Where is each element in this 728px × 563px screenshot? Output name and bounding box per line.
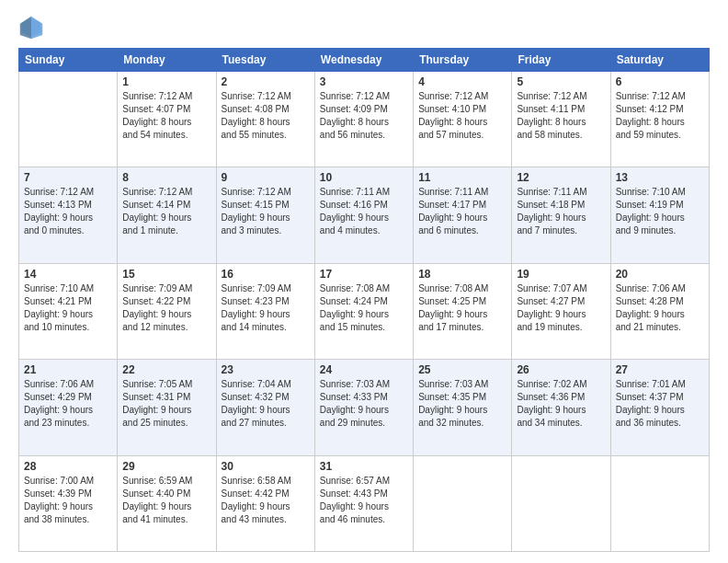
calendar-cell: 29Sunrise: 6:59 AM Sunset: 4:40 PM Dayli… bbox=[118, 455, 216, 551]
day-info: Sunrise: 7:11 AM Sunset: 4:17 PM Dayligh… bbox=[418, 186, 506, 237]
calendar-cell: 18Sunrise: 7:08 AM Sunset: 4:25 PM Dayli… bbox=[414, 263, 512, 359]
day-number: 3 bbox=[320, 75, 408, 88]
day-number: 2 bbox=[222, 75, 310, 88]
header bbox=[18, 15, 710, 40]
calendar-cell: 16Sunrise: 7:09 AM Sunset: 4:23 PM Dayli… bbox=[216, 263, 314, 359]
day-number: 15 bbox=[122, 268, 210, 281]
week-row-4: 28Sunrise: 7:00 AM Sunset: 4:39 PM Dayli… bbox=[19, 455, 710, 551]
day-info: Sunrise: 7:11 AM Sunset: 4:16 PM Dayligh… bbox=[320, 186, 408, 237]
day-info: Sunrise: 7:12 AM Sunset: 4:07 PM Dayligh… bbox=[122, 90, 210, 142]
header-friday: Friday bbox=[512, 49, 610, 72]
calendar-cell: 26Sunrise: 7:02 AM Sunset: 4:36 PM Dayli… bbox=[512, 360, 610, 455]
day-number: 22 bbox=[122, 363, 210, 376]
calendar-cell: 27Sunrise: 7:01 AM Sunset: 4:37 PM Dayli… bbox=[610, 360, 709, 455]
week-row-3: 21Sunrise: 7:06 AM Sunset: 4:29 PM Dayli… bbox=[19, 360, 710, 455]
day-number: 28 bbox=[24, 460, 112, 473]
day-info: Sunrise: 7:08 AM Sunset: 4:25 PM Dayligh… bbox=[418, 282, 506, 334]
day-number: 29 bbox=[122, 460, 210, 473]
calendar-cell: 10Sunrise: 7:11 AM Sunset: 4:16 PM Dayli… bbox=[314, 167, 413, 263]
header-sunday: Sunday bbox=[19, 49, 118, 72]
day-info: Sunrise: 7:07 AM Sunset: 4:27 PM Dayligh… bbox=[517, 282, 605, 334]
page: SundayMondayTuesdayWednesdayThursdayFrid… bbox=[0, 0, 728, 563]
week-row-2: 14Sunrise: 7:10 AM Sunset: 4:21 PM Dayli… bbox=[19, 263, 710, 359]
day-info: Sunrise: 7:03 AM Sunset: 4:35 PM Dayligh… bbox=[418, 378, 506, 430]
calendar-header-row: SundayMondayTuesdayWednesdayThursdayFrid… bbox=[19, 49, 710, 72]
calendar-cell: 25Sunrise: 7:03 AM Sunset: 4:35 PM Dayli… bbox=[414, 360, 512, 455]
calendar-cell bbox=[19, 72, 118, 167]
day-number: 1 bbox=[122, 75, 210, 88]
day-number: 27 bbox=[616, 363, 704, 376]
calendar-cell: 31Sunrise: 6:57 AM Sunset: 4:43 PM Dayli… bbox=[314, 455, 413, 551]
day-number: 24 bbox=[320, 363, 408, 376]
day-info: Sunrise: 7:11 AM Sunset: 4:18 PM Dayligh… bbox=[517, 186, 605, 237]
svg-marker-1 bbox=[31, 17, 42, 40]
calendar-cell: 21Sunrise: 7:06 AM Sunset: 4:29 PM Dayli… bbox=[19, 360, 118, 455]
calendar-cell: 22Sunrise: 7:05 AM Sunset: 4:31 PM Dayli… bbox=[118, 360, 216, 455]
day-info: Sunrise: 6:57 AM Sunset: 4:43 PM Dayligh… bbox=[320, 475, 408, 526]
day-number: 30 bbox=[222, 460, 310, 473]
calendar-cell: 19Sunrise: 7:07 AM Sunset: 4:27 PM Dayli… bbox=[512, 263, 610, 359]
calendar-cell: 17Sunrise: 7:08 AM Sunset: 4:24 PM Dayli… bbox=[314, 263, 413, 359]
day-number: 21 bbox=[24, 363, 112, 376]
calendar-cell: 13Sunrise: 7:10 AM Sunset: 4:19 PM Dayli… bbox=[610, 167, 709, 263]
day-info: Sunrise: 7:12 AM Sunset: 4:13 PM Dayligh… bbox=[24, 186, 112, 237]
day-number: 25 bbox=[418, 363, 506, 376]
header-monday: Monday bbox=[118, 49, 216, 72]
day-info: Sunrise: 7:12 AM Sunset: 4:08 PM Dayligh… bbox=[222, 90, 310, 142]
day-number: 5 bbox=[517, 75, 605, 88]
day-number: 9 bbox=[222, 171, 310, 184]
calendar-cell: 20Sunrise: 7:06 AM Sunset: 4:28 PM Dayli… bbox=[610, 263, 709, 359]
calendar-cell: 30Sunrise: 6:58 AM Sunset: 4:42 PM Dayli… bbox=[216, 455, 314, 551]
calendar-cell: 24Sunrise: 7:03 AM Sunset: 4:33 PM Dayli… bbox=[314, 360, 413, 455]
day-info: Sunrise: 7:09 AM Sunset: 4:22 PM Dayligh… bbox=[122, 282, 210, 334]
day-number: 14 bbox=[24, 268, 112, 281]
day-number: 16 bbox=[222, 268, 310, 281]
day-info: Sunrise: 7:10 AM Sunset: 4:21 PM Dayligh… bbox=[24, 282, 112, 334]
calendar-cell: 12Sunrise: 7:11 AM Sunset: 4:18 PM Dayli… bbox=[512, 167, 610, 263]
day-info: Sunrise: 7:00 AM Sunset: 4:39 PM Dayligh… bbox=[24, 475, 112, 526]
day-info: Sunrise: 7:10 AM Sunset: 4:19 PM Dayligh… bbox=[616, 186, 704, 237]
day-number: 31 bbox=[320, 460, 408, 473]
week-row-1: 7Sunrise: 7:12 AM Sunset: 4:13 PM Daylig… bbox=[19, 167, 710, 263]
calendar-cell: 2Sunrise: 7:12 AM Sunset: 4:08 PM Daylig… bbox=[216, 72, 314, 167]
calendar-cell: 1Sunrise: 7:12 AM Sunset: 4:07 PM Daylig… bbox=[118, 72, 216, 167]
calendar-cell: 23Sunrise: 7:04 AM Sunset: 4:32 PM Dayli… bbox=[216, 360, 314, 455]
day-number: 7 bbox=[24, 171, 112, 184]
header-tuesday: Tuesday bbox=[216, 49, 314, 72]
header-saturday: Saturday bbox=[610, 49, 709, 72]
day-info: Sunrise: 7:12 AM Sunset: 4:15 PM Dayligh… bbox=[222, 186, 310, 237]
day-number: 13 bbox=[616, 171, 704, 184]
day-info: Sunrise: 7:12 AM Sunset: 4:11 PM Dayligh… bbox=[517, 90, 605, 142]
calendar-cell: 5Sunrise: 7:12 AM Sunset: 4:11 PM Daylig… bbox=[512, 72, 610, 167]
day-info: Sunrise: 6:58 AM Sunset: 4:42 PM Dayligh… bbox=[222, 475, 310, 526]
calendar-cell bbox=[610, 455, 709, 551]
svg-marker-2 bbox=[20, 17, 31, 40]
calendar-cell: 3Sunrise: 7:12 AM Sunset: 4:09 PM Daylig… bbox=[314, 72, 413, 167]
day-info: Sunrise: 7:03 AM Sunset: 4:33 PM Dayligh… bbox=[320, 378, 408, 430]
day-info: Sunrise: 7:08 AM Sunset: 4:24 PM Dayligh… bbox=[320, 282, 408, 334]
calendar-cell: 8Sunrise: 7:12 AM Sunset: 4:14 PM Daylig… bbox=[118, 167, 216, 263]
calendar-cell: 4Sunrise: 7:12 AM Sunset: 4:10 PM Daylig… bbox=[414, 72, 512, 167]
logo-icon bbox=[18, 15, 44, 40]
day-info: Sunrise: 7:02 AM Sunset: 4:36 PM Dayligh… bbox=[517, 378, 605, 430]
day-number: 20 bbox=[616, 268, 704, 281]
day-number: 19 bbox=[517, 268, 605, 281]
day-number: 26 bbox=[517, 363, 605, 376]
day-number: 10 bbox=[320, 171, 408, 184]
calendar-cell: 6Sunrise: 7:12 AM Sunset: 4:12 PM Daylig… bbox=[610, 72, 709, 167]
day-number: 4 bbox=[418, 75, 506, 88]
day-info: Sunrise: 7:12 AM Sunset: 4:09 PM Dayligh… bbox=[320, 90, 408, 142]
day-info: Sunrise: 7:12 AM Sunset: 4:12 PM Dayligh… bbox=[616, 90, 704, 142]
week-row-0: 1Sunrise: 7:12 AM Sunset: 4:07 PM Daylig… bbox=[19, 72, 710, 167]
day-number: 8 bbox=[122, 171, 210, 184]
calendar-table: SundayMondayTuesdayWednesdayThursdayFrid… bbox=[18, 48, 710, 552]
calendar-cell bbox=[512, 455, 610, 551]
day-number: 17 bbox=[320, 268, 408, 281]
day-info: Sunrise: 7:12 AM Sunset: 4:14 PM Dayligh… bbox=[122, 186, 210, 237]
calendar-cell: 28Sunrise: 7:00 AM Sunset: 4:39 PM Dayli… bbox=[19, 455, 118, 551]
calendar-cell: 11Sunrise: 7:11 AM Sunset: 4:17 PM Dayli… bbox=[414, 167, 512, 263]
day-number: 12 bbox=[517, 171, 605, 184]
day-number: 6 bbox=[616, 75, 704, 88]
header-wednesday: Wednesday bbox=[314, 49, 413, 72]
calendar-cell: 14Sunrise: 7:10 AM Sunset: 4:21 PM Dayli… bbox=[19, 263, 118, 359]
